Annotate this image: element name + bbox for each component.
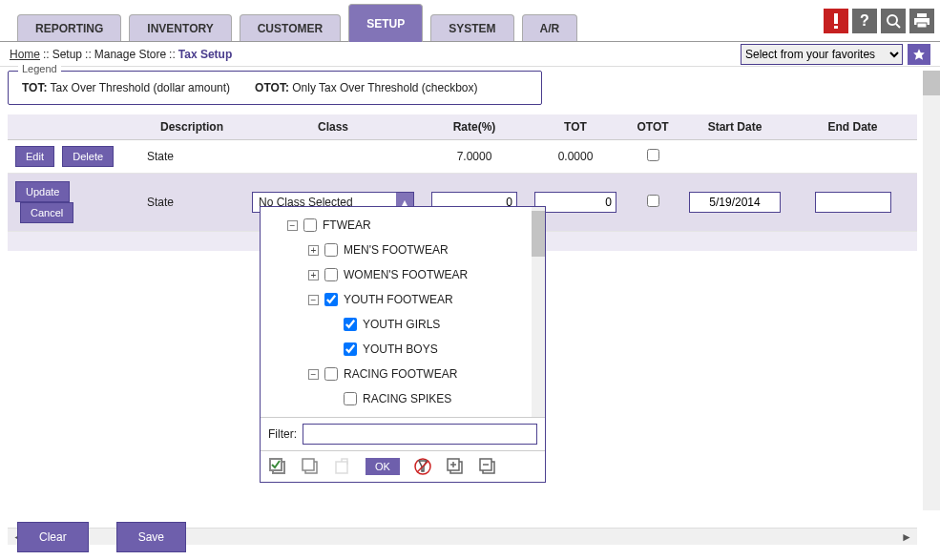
tree-checkbox[interactable] bbox=[324, 268, 338, 281]
help-icon[interactable]: ? bbox=[852, 9, 877, 33]
tree-checkbox[interactable] bbox=[344, 342, 357, 356]
table-row: Edit Delete State 7.0000 0.0000 bbox=[8, 140, 917, 174]
tot-input[interactable] bbox=[534, 192, 616, 213]
cell-tot: 0.0000 bbox=[527, 140, 624, 174]
top-tabbar: REPORTING INVENTORY CUSTOMER SETUP SYSTE… bbox=[0, 0, 940, 42]
breadcrumb-current: Tax Setup bbox=[178, 48, 232, 61]
breadcrumb: Home :: Setup :: Manage Store :: Tax Set… bbox=[0, 42, 940, 67]
expand-all-icon[interactable] bbox=[446, 457, 465, 476]
check-all-icon[interactable] bbox=[268, 457, 287, 476]
clear-button[interactable]: Clear bbox=[17, 522, 89, 552]
col-end: End Date bbox=[788, 114, 917, 140]
svg-rect-6 bbox=[917, 23, 927, 28]
tree-label: YOUTH FOOTWEAR bbox=[344, 293, 453, 306]
tree-checkbox[interactable] bbox=[344, 318, 357, 331]
expand-toggle[interactable]: − bbox=[308, 295, 319, 305]
delete-button[interactable]: Delete bbox=[62, 146, 114, 167]
legend-tot-label: TOT: bbox=[22, 81, 47, 94]
legend-otot-label: OTOT: bbox=[255, 81, 289, 94]
tree-scrollbar[interactable] bbox=[532, 207, 545, 417]
clear-filter-icon[interactable] bbox=[413, 457, 432, 476]
tree-checkbox[interactable] bbox=[324, 293, 338, 306]
legend-title: Legend bbox=[18, 63, 61, 74]
otot-checkbox[interactable] bbox=[647, 149, 659, 161]
cell-otot bbox=[624, 140, 681, 174]
edit-button[interactable]: Edit bbox=[15, 146, 54, 167]
col-class: Class bbox=[244, 114, 422, 140]
svg-rect-12 bbox=[336, 462, 347, 473]
tree-checkbox[interactable] bbox=[324, 367, 338, 381]
breadcrumb-setup: Setup bbox=[52, 48, 82, 61]
expand-toggle[interactable]: + bbox=[308, 245, 319, 256]
tree-checkbox[interactable] bbox=[324, 243, 338, 257]
breadcrumb-manage: Manage Store bbox=[94, 48, 166, 61]
update-button[interactable]: Update bbox=[15, 181, 70, 202]
tab-ar[interactable]: A/R bbox=[522, 14, 578, 41]
legend-tot-text: Tax Over Threshold (dollar amount) bbox=[51, 81, 231, 94]
col-otot: OTOT bbox=[624, 114, 681, 140]
alert-icon[interactable] bbox=[824, 9, 848, 33]
tree-label: RACING SPIKES bbox=[363, 392, 451, 405]
filter-label: Filter: bbox=[268, 427, 297, 441]
col-description: Description bbox=[139, 114, 244, 140]
tree-label: RACING FOOTWEAR bbox=[344, 367, 457, 381]
cell-end bbox=[788, 140, 917, 174]
cell-start bbox=[681, 140, 788, 174]
breadcrumb-home[interactable]: Home bbox=[10, 48, 40, 61]
col-actions bbox=[8, 114, 139, 140]
tree-label: YOUTH BOYS bbox=[363, 342, 438, 356]
search-icon[interactable] bbox=[881, 9, 906, 33]
tree-label: YOUTH GIRLS bbox=[363, 318, 440, 331]
col-tot: TOT bbox=[527, 114, 624, 140]
tree-label: FTWEAR bbox=[323, 218, 371, 232]
cell-description: State bbox=[139, 174, 244, 232]
expand-toggle[interactable]: + bbox=[308, 270, 319, 280]
svg-line-14 bbox=[417, 461, 428, 472]
tree-checkbox[interactable] bbox=[303, 218, 317, 232]
uncheck-all-icon[interactable] bbox=[301, 457, 320, 476]
tab-reporting[interactable]: REPORTING bbox=[17, 14, 121, 41]
col-rate: Rate(%) bbox=[422, 114, 527, 140]
cell-rate: 7.0000 bbox=[422, 140, 527, 174]
tab-customer[interactable]: CUSTOMER bbox=[240, 14, 341, 41]
print-icon[interactable] bbox=[909, 9, 934, 33]
svg-marker-7 bbox=[913, 49, 925, 60]
svg-point-2 bbox=[888, 15, 897, 25]
filter-input[interactable] bbox=[303, 424, 537, 445]
legend-box: Legend TOT: Tax Over Threshold (dollar a… bbox=[8, 71, 542, 105]
breadcrumb-sep: :: bbox=[43, 48, 50, 61]
collapse-all-icon[interactable] bbox=[478, 457, 497, 476]
svg-rect-0 bbox=[834, 13, 838, 24]
scroll-right-icon[interactable]: ► bbox=[896, 529, 917, 546]
cell-description: State bbox=[139, 140, 244, 174]
svg-rect-4 bbox=[917, 13, 927, 17]
cell-class bbox=[244, 140, 422, 174]
expand-toggle[interactable]: − bbox=[308, 369, 319, 380]
tab-inventory[interactable]: INVENTORY bbox=[129, 14, 231, 41]
end-date-input[interactable] bbox=[815, 192, 891, 213]
save-button[interactable]: Save bbox=[116, 522, 186, 552]
page-vertical-scrollbar[interactable] bbox=[923, 71, 940, 510]
class-dropdown-panel: −FTWEAR +MEN'S FOOTWEAR +WOMEN'S FOOTWEA… bbox=[260, 206, 546, 483]
favorite-star-button[interactable] bbox=[908, 44, 930, 65]
tree-checkbox[interactable] bbox=[344, 392, 357, 405]
favorites-select[interactable]: Select from your favorites bbox=[741, 44, 903, 65]
class-tree: −FTWEAR +MEN'S FOOTWEAR +WOMEN'S FOOTWEA… bbox=[261, 207, 528, 417]
tree-label: MEN'S FOOTWEAR bbox=[344, 243, 449, 257]
cancel-button[interactable]: Cancel bbox=[20, 202, 73, 223]
expand-toggle[interactable]: − bbox=[287, 220, 298, 231]
svg-rect-1 bbox=[834, 26, 838, 29]
tab-system[interactable]: SYSTEM bbox=[430, 14, 513, 41]
disabled-tool-icon bbox=[333, 457, 352, 476]
tree-label: WOMEN'S FOOTWEAR bbox=[344, 268, 468, 281]
tab-setup[interactable]: SETUP bbox=[348, 4, 423, 42]
breadcrumb-sep: :: bbox=[169, 48, 176, 61]
legend-otot-text: Only Tax Over Threshold (checkbox) bbox=[292, 81, 477, 94]
otot-checkbox[interactable] bbox=[647, 195, 659, 207]
breadcrumb-sep: :: bbox=[85, 48, 92, 61]
start-date-input[interactable] bbox=[689, 192, 781, 213]
dropdown-ok-button[interactable]: OK bbox=[366, 458, 400, 475]
svg-line-3 bbox=[896, 24, 900, 28]
col-start: Start Date bbox=[681, 114, 788, 140]
svg-rect-11 bbox=[303, 459, 314, 470]
